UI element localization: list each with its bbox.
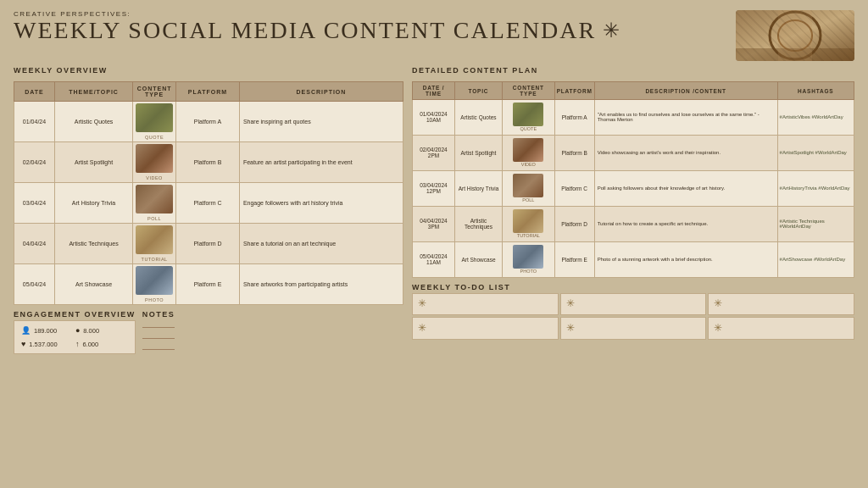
detail-table-row: 05/04/202411AM Art Showcase PHOTO Platfo… bbox=[413, 241, 854, 277]
detail-table-row: 01/04/202410AM Artistic Quotes QUOTE Pla… bbox=[413, 100, 854, 136]
header-text: Creative Perspectives: Weekly Social Med… bbox=[14, 10, 736, 44]
todo-asterisk-4: ✳ bbox=[418, 322, 426, 335]
detail-cell-topic: Artistic Quotes bbox=[454, 100, 502, 136]
detail-cell-description: Tutorial on how to create a specific art… bbox=[594, 206, 777, 241]
engagement-title: Engagement Overview bbox=[14, 310, 136, 319]
detail-cell-description: Video showcasing an artist's work and th… bbox=[594, 135, 777, 170]
weekly-overview-table: DATE THEME/TOPIC CONTENT TYPE PLATFORM D… bbox=[14, 81, 403, 305]
detail-cell-datetime: 05/04/202411AM bbox=[413, 241, 455, 277]
detail-cell-platform: Platform E bbox=[554, 241, 594, 277]
detail-col-topic: TOPIC bbox=[454, 82, 502, 100]
detail-cell-img: TUTORIAL bbox=[503, 206, 555, 241]
shares-icon: ↑ bbox=[75, 340, 80, 348]
col-theme: THEME/TOPIC bbox=[54, 82, 132, 102]
todo-cell-3[interactable]: ✳ bbox=[708, 293, 854, 316]
table-row: 03/04/24 Art History Trivia POLL Platfor… bbox=[14, 183, 403, 224]
detail-cell-img: QUOTE bbox=[503, 100, 555, 136]
cell-img: POLL bbox=[133, 183, 176, 224]
cell-theme: Art History Trivia bbox=[54, 183, 132, 224]
detail-table-row: 02/04/20242PM Artist Spotlight VIDEO Pla… bbox=[413, 135, 854, 170]
stat-comments: ● 8.000 bbox=[75, 324, 128, 336]
notes-section: Notes bbox=[142, 310, 175, 354]
likes-value: 1.537.000 bbox=[29, 341, 57, 348]
detail-cell-platform: Platform A bbox=[554, 100, 594, 136]
engagement-section: Engagement Overview 👤 189.000 ● 8.000 bbox=[14, 310, 136, 354]
detail-cell-datetime: 04/04/20243PM bbox=[413, 206, 455, 241]
note-line-2 bbox=[142, 338, 175, 339]
header-image bbox=[736, 10, 854, 61]
col-content-type: CONTENT TYPE bbox=[133, 82, 176, 102]
comments-icon: ● bbox=[75, 326, 80, 335]
engagement-box: 👤 189.000 ● 8.000 ♥ 1.537.000 bbox=[14, 320, 136, 354]
shares-value: 6.000 bbox=[82, 341, 98, 348]
detail-cell-img: POLL bbox=[503, 170, 555, 206]
bottom-left: Engagement Overview 👤 189.000 ● 8.000 bbox=[14, 310, 403, 354]
detail-cell-description: Poll asking followers about their knowle… bbox=[594, 170, 777, 206]
cell-description: Share inspiring art quotes bbox=[239, 102, 403, 142]
detail-cell-img: VIDEO bbox=[503, 135, 555, 170]
todo-cell-2[interactable]: ✳ bbox=[560, 293, 707, 316]
todo-cell-5[interactable]: ✳ bbox=[560, 317, 707, 340]
left-panel: Weekly Overview DATE THEME/TOPIC CONTENT… bbox=[14, 66, 403, 478]
cell-theme: Artist Spotlight bbox=[54, 142, 132, 183]
detail-col-hashtags: HASHTAGS bbox=[777, 82, 854, 100]
detail-cell-datetime: 02/04/20242PM bbox=[413, 135, 455, 170]
todo-cell-4[interactable]: ✳ bbox=[412, 317, 559, 340]
cell-description: Share artworks from participating artist… bbox=[239, 264, 403, 305]
main-title: Weekly Social Media Content Calendar ✳ bbox=[14, 18, 736, 44]
cell-date: 01/04/24 bbox=[14, 102, 55, 142]
detail-cell-hashtags: #Artistic Techniques #WorldArtDay bbox=[777, 206, 854, 241]
stat-followers: 👤 189.000 bbox=[21, 324, 74, 336]
svg-rect-4 bbox=[778, 10, 812, 61]
detail-cell-hashtags: #ArtHistoryTrivia #WorldArtDay bbox=[777, 170, 854, 206]
col-description: DESCRIPTION bbox=[239, 82, 403, 102]
notes-title: Notes bbox=[142, 310, 175, 319]
todo-cell-1[interactable]: ✳ bbox=[412, 293, 559, 316]
todo-section: Weekly To-Do List ✳ ✳ ✳ ✳ ✳ ✳ bbox=[412, 283, 854, 479]
cell-date: 04/04/24 bbox=[14, 224, 55, 264]
todo-cell-6[interactable]: ✳ bbox=[708, 317, 854, 340]
svg-point-1 bbox=[770, 12, 821, 59]
note-line-1 bbox=[142, 327, 175, 328]
cell-img: QUOTE bbox=[133, 102, 176, 142]
svg-point-2 bbox=[778, 20, 812, 51]
cell-img: TUTORIAL bbox=[133, 224, 176, 264]
cell-platform: Platform D bbox=[176, 224, 240, 264]
detail-table-row: 04/04/20243PM Artistic Techniques TUTORI… bbox=[413, 206, 854, 241]
col-date: DATE bbox=[14, 82, 55, 102]
col-platform: PLATFORM bbox=[176, 82, 240, 102]
todo-asterisk-1: ✳ bbox=[418, 297, 426, 310]
right-panel: Detailed Content Plan DATE / TIME TOPIC … bbox=[412, 66, 854, 478]
detail-cell-topic: Artist Spotlight bbox=[454, 135, 502, 170]
detail-cell-topic: Art Showcase bbox=[454, 241, 502, 277]
note-line-3 bbox=[142, 349, 175, 350]
cell-date: 02/04/24 bbox=[14, 142, 55, 183]
cell-platform: Platform B bbox=[176, 142, 240, 183]
notes-box bbox=[142, 320, 175, 350]
cell-platform: Platform E bbox=[176, 264, 240, 305]
detail-col-content-type: CONTENT TYPE bbox=[503, 82, 555, 100]
comments-value: 8.000 bbox=[83, 327, 99, 335]
title-text: Weekly Social Media Content Calendar bbox=[14, 18, 596, 44]
detailed-content-table: DATE / TIME TOPIC CONTENT TYPE PLATFORM … bbox=[412, 81, 854, 278]
detail-cell-hashtags: #ArtistSpotlight #WorldArtDay bbox=[777, 135, 854, 170]
followers-value: 189.000 bbox=[34, 327, 57, 335]
cell-img: PHOTO bbox=[133, 264, 176, 305]
detail-header-row: DATE / TIME TOPIC CONTENT TYPE PLATFORM … bbox=[413, 82, 854, 100]
cell-theme: Art Showcase bbox=[54, 264, 132, 305]
cell-date: 03/04/24 bbox=[14, 183, 55, 224]
table-row: 04/04/24 Artistic Techniques TUTORIAL Pl… bbox=[14, 224, 403, 264]
detail-cell-description: "Art enables us to find ourselves and lo… bbox=[594, 100, 777, 136]
page: Creative Perspectives: Weekly Social Med… bbox=[0, 0, 868, 488]
todo-asterisk-6: ✳ bbox=[714, 322, 722, 335]
cell-theme: Artistic Techniques bbox=[54, 224, 132, 264]
table-row: 05/04/24 Art Showcase PHOTO Platform E S… bbox=[14, 264, 403, 305]
cell-platform: Platform A bbox=[176, 102, 240, 142]
followers-icon: 👤 bbox=[21, 326, 31, 335]
header-area: Creative Perspectives: Weekly Social Med… bbox=[14, 10, 854, 61]
cell-description: Engage followers with art history trivia bbox=[239, 183, 403, 224]
cell-date: 05/04/24 bbox=[14, 264, 55, 305]
todo-title: Weekly To-Do List bbox=[412, 283, 854, 291]
detail-cell-platform: Platform D bbox=[554, 206, 594, 241]
table-row: 02/04/24 Artist Spotlight VIDEO Platform… bbox=[14, 142, 403, 183]
